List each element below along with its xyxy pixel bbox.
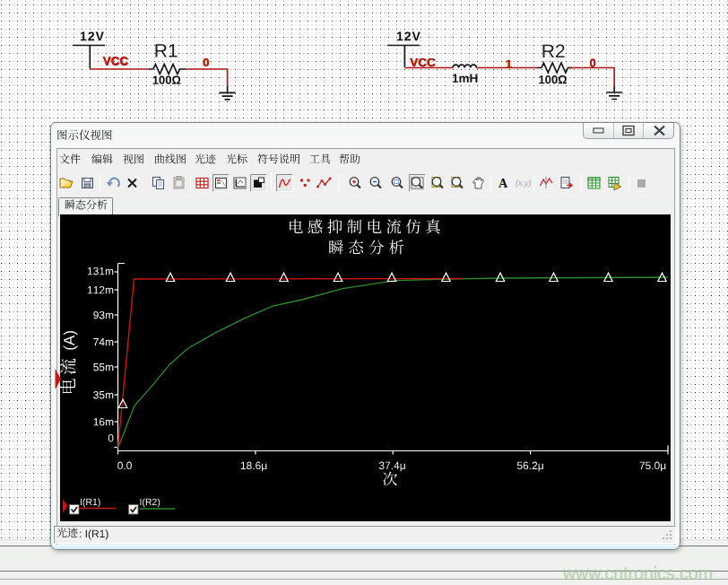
svg-text:A: A [498, 177, 508, 190]
svg-text:(x,y): (x,y) [516, 179, 532, 188]
